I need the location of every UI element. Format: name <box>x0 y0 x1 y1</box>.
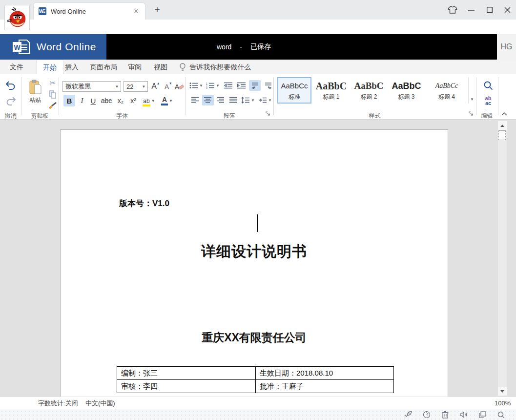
tab-home[interactable]: 开始 <box>36 60 63 74</box>
tab-file[interactable]: 文件 <box>10 60 23 74</box>
align-center-button[interactable] <box>202 95 214 105</box>
table-cell[interactable]: 编制：张三 <box>117 367 256 380</box>
bold-button[interactable]: B <box>63 95 75 106</box>
mute-speaker-icon[interactable] <box>459 410 469 419</box>
justify-button[interactable] <box>227 95 239 105</box>
clipboard-group-label: 剪贴板 <box>21 112 59 120</box>
tell-me-box[interactable]: 告诉我你想要做什么 <box>189 60 251 74</box>
replace-button[interactable]: ab ac <box>481 94 495 107</box>
dropdown-arrow-icon: ▼ <box>199 84 203 88</box>
maximize-button[interactable] <box>483 4 496 16</box>
company-name[interactable]: 重庆XX有限责任公司 <box>61 330 448 345</box>
group-separator <box>59 77 59 115</box>
dropdown-arrow-icon: ▼ <box>169 99 173 103</box>
increase-indent-button[interactable] <box>236 80 248 91</box>
left-to-right-paragraph-button[interactable] <box>249 80 261 91</box>
word-online-logo-icon: W <box>12 39 30 55</box>
page-search-icon[interactable] <box>496 410 506 419</box>
document-name[interactable]: word <box>217 43 231 51</box>
scrollbar-thumb[interactable] <box>498 130 506 140</box>
align-left-button[interactable] <box>189 95 201 105</box>
dropdown-arrow-icon: ▼ <box>140 84 147 89</box>
decrease-indent-button[interactable] <box>223 80 234 91</box>
subscript-button[interactable]: x₂ <box>114 95 127 106</box>
tab-page-layout[interactable]: 页面布局 <box>90 60 117 74</box>
triangle-up-icon <box>500 125 504 127</box>
trash-icon[interactable] <box>440 410 450 419</box>
italic-button[interactable]: I <box>77 95 87 106</box>
clear-formatting-button[interactable]: A <box>173 81 185 92</box>
font-color-button[interactable]: A▼ <box>159 95 175 106</box>
paragraph-dialog-launcher-icon[interactable] <box>266 111 271 117</box>
styles-dialog-launcher-icon[interactable] <box>469 111 475 117</box>
window-close-button[interactable] <box>501 4 514 16</box>
language-status[interactable]: 中文(中国) <box>85 397 115 409</box>
right-to-left-paragraph-button[interactable] <box>262 80 274 91</box>
status-bar: 字数统计:关闭 中文(中国) 100% <box>0 397 516 409</box>
angry-bird-logo-icon <box>6 6 28 29</box>
scroll-down-button[interactable] <box>498 387 507 396</box>
font-size-value: 22 <box>124 83 140 90</box>
document-page[interactable]: 版本号：V1.0 详细设计说明书 重庆XX有限责任公司 编制：张三 生效日期：2… <box>60 129 448 397</box>
style-item-heading3[interactable]: AaBbC 标题 3 <box>388 77 425 104</box>
minimize-button[interactable] <box>465 4 477 16</box>
brand-title: Word Online <box>37 41 96 53</box>
redo-button[interactable] <box>4 95 18 107</box>
version-line[interactable]: 版本号：V1.0 <box>119 198 169 209</box>
group-separator <box>498 77 498 115</box>
style-item-normal[interactable]: AaBbCc 标准 <box>277 77 311 104</box>
ribbon-tab-strip: 文件 开始 插入 页面布局 审阅 视图 告诉我你想要做什么 <box>0 60 516 74</box>
align-right-button[interactable] <box>215 95 227 105</box>
browser-skin-icon[interactable] <box>446 4 459 16</box>
copy-button[interactable] <box>47 89 58 99</box>
tab-insert[interactable]: 插入 <box>65 60 79 74</box>
boost-rocket-icon[interactable] <box>403 410 413 419</box>
browser-logo[interactable] <box>4 5 30 30</box>
paste-button[interactable]: 粘贴 <box>24 77 46 106</box>
find-button[interactable] <box>481 79 495 92</box>
dropdown-arrow-icon: ▼ <box>113 84 121 89</box>
speed-dial-icon[interactable] <box>422 410 432 419</box>
bullet-list-button[interactable]: ▼ <box>189 80 204 91</box>
grow-font-button[interactable]: A▲ <box>150 81 162 92</box>
font-size-select[interactable]: 22▼ <box>124 81 148 92</box>
shrink-font-button[interactable]: A▼ <box>163 81 174 92</box>
strikethrough-button[interactable]: abc <box>99 95 114 106</box>
line-spacing-button[interactable]: ▼ <box>240 95 256 105</box>
font-family-select[interactable]: 微软雅黑▼ <box>62 81 121 92</box>
undo-button[interactable] <box>4 79 18 92</box>
word-count-status[interactable]: 字数统计:关闭 <box>38 397 78 409</box>
style-item-heading1[interactable]: AaBbC 标题 1 <box>313 77 350 104</box>
dropdown-arrow-icon: ▼ <box>151 99 155 103</box>
style-item-heading4[interactable]: AaBbCc 标题 4 <box>426 77 468 104</box>
word-online-brand[interactable]: W Word Online <box>0 34 106 60</box>
tab-close-icon[interactable]: × <box>132 7 140 15</box>
browser-tab[interactable]: W Word Online × <box>33 2 145 20</box>
tab-review[interactable]: 审阅 <box>128 60 142 74</box>
superscript-button[interactable]: x² <box>127 95 140 106</box>
zoom-level[interactable]: 100% <box>495 397 511 409</box>
underline-button[interactable]: U <box>88 95 99 106</box>
vertical-scrollbar[interactable] <box>498 121 507 396</box>
table-cell[interactable]: 审核：李四 <box>117 380 256 393</box>
numbered-list-button[interactable]: 123▼ <box>206 80 220 91</box>
window-layout-icon[interactable] <box>477 410 487 419</box>
tab-view[interactable]: 视图 <box>154 60 167 74</box>
collapse-ribbon-icon[interactable] <box>501 111 508 116</box>
styles-gallery-more-button[interactable]: ▼ <box>468 77 475 104</box>
style-item-heading2[interactable]: AaBbC 标题 2 <box>351 77 387 104</box>
format-painter-button[interactable] <box>47 101 58 110</box>
special-indent-button[interactable]: ▼ <box>257 95 273 105</box>
table-cell[interactable]: 批准：王麻子 <box>256 380 394 393</box>
word-favicon-icon: W <box>39 7 46 15</box>
table-cell[interactable]: 生效日期：2018.08.10 <box>256 367 394 380</box>
scroll-up-button[interactable] <box>498 121 507 130</box>
user-initials-badge[interactable]: HG <box>497 34 516 60</box>
cut-button[interactable]: ✂ <box>47 78 58 88</box>
document-title[interactable]: 详细设计说明书 <box>61 242 448 262</box>
approval-table[interactable]: 编制：张三 生效日期：2018.08.10 审核：李四 批准：王麻子 <box>117 366 394 393</box>
font-family-value: 微软雅黑 <box>63 82 113 91</box>
ribbon: 撤消 粘贴 ✂ 剪贴板 微软雅黑▼ 22▼ A▲ A▼ <box>0 74 516 120</box>
highlight-color-button[interactable]: ab ▼ <box>141 95 157 106</box>
new-tab-button[interactable]: + <box>151 4 163 16</box>
